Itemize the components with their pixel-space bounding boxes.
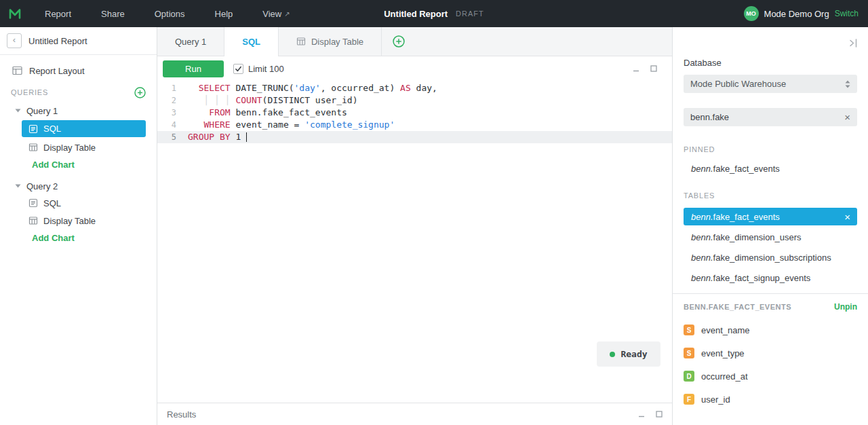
column-name: event_name [701,325,750,335]
report-layout-label: Report Layout [29,66,85,76]
query2-sql-item[interactable]: SQL [22,194,146,212]
menu-view[interactable]: View↗ [248,0,304,27]
column-name: occurred_at [701,371,748,382]
queries-section-header: QUERIES [0,85,157,100]
menu-share[interactable]: Share [86,0,140,27]
tab-display-table[interactable]: Display Table [279,27,382,56]
column-row-event-type[interactable]: S event_type [684,341,857,365]
query2-add-chart-link[interactable]: Add Chart [32,229,157,246]
unpin-link[interactable]: Unpin [834,302,857,312]
column-row-event-name[interactable]: S event_name [684,318,857,341]
table-row[interactable]: benn.fake_dimension_subscriptions [684,248,857,266]
query1-sql-item[interactable]: SQL [22,120,146,137]
line-number: 4 [157,119,176,131]
deselect-table-icon[interactable]: × [844,212,850,222]
query2-group-toggle[interactable]: Query 2 [0,178,157,194]
code-text: SELECT DATE_TRUNC('day', occurred_at) AS… [176,82,437,94]
pinned-table-item[interactable]: benn.fake_fact_events [684,160,857,177]
report-title-group: Untitled Report DRAFT [384,9,484,19]
status-indicator: Ready [597,341,660,367]
limit-checkbox-group[interactable]: Limit 100 [233,64,284,74]
status-dot-icon [610,352,615,357]
datetime-type-badge: D [684,371,694,382]
code-text: │ │ │ COUNT(DISTINCT user_id) [176,94,357,107]
maximize-results-icon[interactable] [655,410,663,418]
main-panel: Query 1 SQL Display Table Run [157,27,673,425]
clear-search-icon[interactable]: × [844,112,850,122]
editor-window-controls [632,64,667,73]
code-line-2[interactable]: 2 │ │ │ COUNT(DISTINCT user_id) [157,94,673,107]
line-number: 2 [157,94,176,107]
chevron-down-icon[interactable] [15,109,21,113]
table-row-selected[interactable]: benn.fake_fact_events × [684,208,857,225]
menu-report[interactable]: Report [30,0,86,27]
account-group: MO Mode Demo Org Switch [744,6,859,21]
chevron-down-icon[interactable] [15,184,21,188]
code-line-4[interactable]: 4 WHERE event_name = 'complete_signup' [157,119,673,131]
query1-sql-label: SQL [43,124,61,134]
minimize-editor-icon[interactable] [632,64,640,73]
query2-display-table-item[interactable]: Display Table [22,212,146,229]
column-row-user-id[interactable]: F user_id [684,388,857,411]
query1-display-table-item[interactable]: Display Table [22,138,146,156]
query2-display-table-label: Display Table [43,216,96,226]
code-text: FROM benn.fake_fact_events [176,107,347,119]
table-grid-icon [296,37,306,46]
left-sidebar: ‹ Untitled Report Report Layout QUERIES [0,27,157,425]
line-number: 5 [157,131,176,143]
query2-name: Query 2 [26,181,58,191]
tab-query1[interactable]: Query 1 [157,27,224,56]
menu-options[interactable]: Options [140,0,200,27]
database-select-value: Mode Public Warehouse [690,79,786,89]
maximize-editor-icon[interactable] [650,64,658,73]
schema-search-input[interactable] [690,112,844,122]
report-title: Untitled Report [384,9,448,19]
tab-sql[interactable]: SQL [224,27,279,56]
string-type-badge: S [684,325,694,335]
code-line-3[interactable]: 3 FROM benn.fake_fact_events [157,107,673,119]
mode-logo-icon[interactable] [0,0,30,27]
results-window-controls [637,410,663,418]
table-row[interactable]: benn.fake_dimension_users [684,228,857,246]
code-line-1[interactable]: 1 SELECT DATE_TRUNC('day', occurred_at) … [157,82,673,94]
code-text: GROUP BY 1 [176,131,247,143]
sql-doc-icon [28,198,38,208]
database-select[interactable]: Mode Public Warehouse [684,75,857,93]
columns-section-header: BENN.FAKE_FACT_EVENTS Unpin [684,294,857,312]
menu-help[interactable]: Help [200,0,248,27]
sql-editor[interactable]: 1 SELECT DATE_TRUNC('day', occurred_at) … [157,81,673,403]
code-line-5-active[interactable]: 5 GROUP BY 1 [157,131,673,143]
report-layout-item[interactable]: Report Layout [0,62,157,79]
column-name: event_type [701,348,745,358]
query1-group-toggle[interactable]: Query 1 [0,103,157,119]
results-panel-header[interactable]: Results [157,403,673,425]
tabbar: Query 1 SQL Display Table [157,27,673,56]
table-row[interactable]: benn.fake_fact_signup_events [684,269,857,287]
line-number: 3 [157,107,176,119]
external-link-icon: ↗ [284,10,290,18]
minimize-results-icon[interactable] [637,410,646,418]
column-row-occurred-at[interactable]: D occurred_at [684,365,857,388]
add-tab-button[interactable] [393,27,405,56]
avatar[interactable]: MO [744,6,759,21]
code-text: WHERE event_name = 'complete_signup' [176,119,395,131]
text-cursor [246,132,247,142]
collapse-panel-icon[interactable] [846,37,859,49]
editor-toolbar: Run Limit 100 [157,56,673,81]
topbar-menu: Report Share Options Help View↗ [30,0,305,27]
schema-search-box: × [684,108,857,126]
float-type-badge: F [684,394,694,405]
add-query-button[interactable] [134,87,146,98]
indent-guide: │ │ │ [203,95,235,105]
query1-add-chart-link[interactable]: Add Chart [32,156,157,172]
pinned-section-label: PINNED [684,145,857,153]
queries-label: QUERIES [11,88,48,96]
sidebar-nav: Report Layout QUERIES Query 1 [0,55,157,246]
limit-checkbox[interactable] [233,64,243,74]
query2-sql-label: SQL [43,198,61,208]
run-button[interactable]: Run [163,60,224,77]
collapse-sidebar-icon[interactable]: ‹ [7,33,22,48]
switch-org-link[interactable]: Switch [835,9,859,18]
schema-browser: Database Mode Public Warehouse × PINNED … [672,27,868,425]
database-label: Database [684,58,857,68]
